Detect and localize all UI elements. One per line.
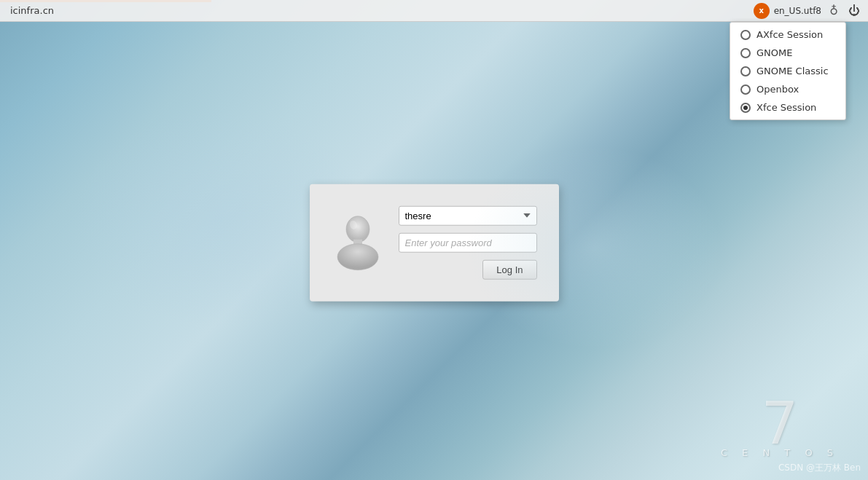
session-menu: AXfce Session GNOME GNOME Classic Openbo…: [730, 22, 846, 120]
topbar: icinfra.cn x en_US.utf8 ♁ ⏻: [0, 0, 868, 22]
centos-logo: 7 C E N T O S: [721, 395, 839, 458]
svg-point-0: [346, 216, 370, 242]
session-axfce[interactable]: AXfce Session: [730, 25, 845, 44]
power-icon[interactable]: ⏻: [846, 3, 862, 19]
topbar-right: x en_US.utf8 ♁ ⏻: [754, 3, 868, 19]
session-axfce-label: AXfce Session: [756, 29, 823, 40]
user-avatar: [332, 213, 384, 271]
username-select[interactable]: thesre: [399, 205, 537, 225]
locale-text: en_US.utf8: [774, 6, 821, 16]
session-xfce-label: Xfce Session: [756, 102, 816, 113]
session-gnome-classic-label: GNOME Classic: [756, 66, 829, 76]
password-input[interactable]: [399, 232, 537, 252]
radio-openbox: [740, 84, 751, 95]
session-gnome-label: GNOME: [756, 47, 792, 58]
url-text: icinfra.cn: [10, 5, 54, 16]
radio-xfce: [740, 103, 751, 113]
session-gnome[interactable]: GNOME: [730, 44, 845, 62]
centos-brand-text: C E N T O S: [721, 447, 839, 458]
login-dialog: thesre Log In: [310, 184, 559, 301]
session-gnome-classic[interactable]: GNOME Classic: [730, 62, 845, 80]
radio-axfce: [740, 30, 751, 40]
xfce-icon[interactable]: x: [754, 3, 770, 19]
desktop: icinfra.cn x en_US.utf8 ♁ ⏻ AXfce Sessio…: [0, 0, 868, 480]
login-form: thesre Log In: [399, 205, 537, 279]
login-button[interactable]: Log In: [482, 259, 536, 279]
session-openbox-label: Openbox: [756, 84, 799, 95]
radio-gnome-classic: [740, 66, 751, 76]
session-xfce[interactable]: Xfce Session: [730, 98, 845, 117]
avatar-container: [332, 213, 384, 271]
session-openbox[interactable]: Openbox: [730, 80, 845, 98]
watermark: CSDN @王万林 Ben: [778, 462, 861, 474]
svg-point-2: [337, 243, 378, 269]
centos-version-number: 7: [761, 395, 798, 453]
topbar-left: icinfra.cn: [0, 5, 54, 16]
radio-gnome: [740, 48, 751, 58]
globe-icon[interactable]: ♁: [826, 3, 842, 19]
